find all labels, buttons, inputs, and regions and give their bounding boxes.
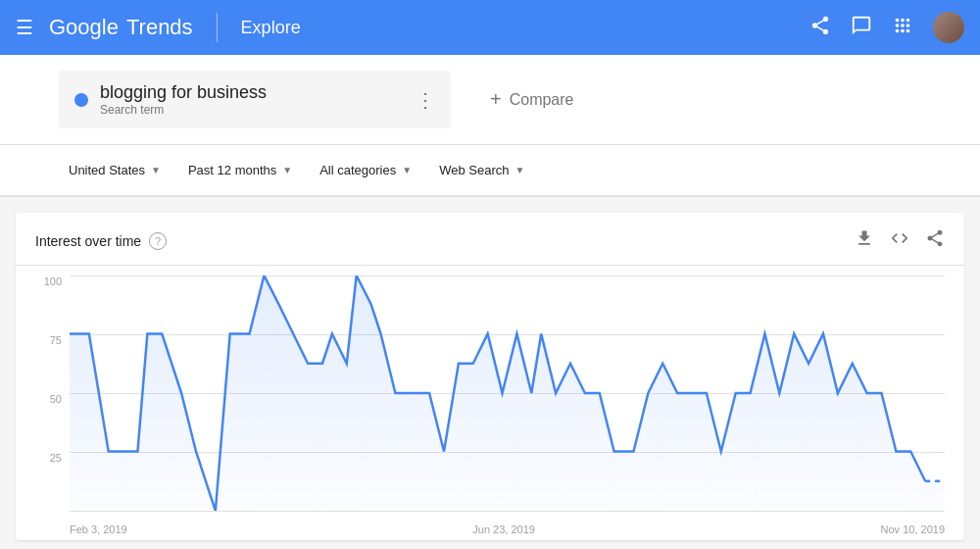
y-label-25: 25 <box>24 452 62 464</box>
chart-header: Interest over time ? <box>16 228 964 266</box>
search-more-icon[interactable]: ⋮ <box>416 88 435 112</box>
filter-country[interactable]: United States ▼ <box>59 157 171 183</box>
logo-google: Google <box>49 15 119 40</box>
compare-label: Compare <box>510 91 574 109</box>
filters-section: United States ▼ Past 12 months ▼ All cat… <box>0 145 980 197</box>
notification-icon[interactable] <box>851 15 872 41</box>
filter-time-arrow: ▼ <box>282 165 292 175</box>
search-text-group: blogging for business Search term <box>100 82 396 117</box>
filter-category-arrow: ▼ <box>402 165 412 175</box>
y-label-75: 75 <box>24 334 62 346</box>
logo-trends: Trends <box>126 15 193 40</box>
chart-help-icon[interactable]: ? <box>149 232 167 250</box>
y-label-100: 100 <box>24 275 62 287</box>
chart-title-group: Interest over time ? <box>35 232 167 250</box>
filter-category[interactable]: All categories ▼ <box>310 157 421 183</box>
filter-country-arrow: ▼ <box>151 165 161 175</box>
x-label-nov: Nov 10, 2019 <box>881 524 945 535</box>
compare-button[interactable]: + Compare <box>451 88 613 111</box>
menu-icon[interactable]: ☰ <box>16 16 33 39</box>
search-dot <box>74 93 88 107</box>
trend-chart-svg <box>70 275 945 511</box>
chart-section: Interest over time ? 100 75 50 25 <box>16 213 964 540</box>
apps-icon[interactable] <box>892 15 913 41</box>
logo: GoogleTrends <box>49 15 193 40</box>
header-divider <box>217 13 218 42</box>
chart-actions <box>855 228 945 253</box>
compare-plus-icon: + <box>490 88 502 111</box>
filter-type-arrow: ▼ <box>514 165 524 175</box>
svg-marker-0 <box>70 275 945 511</box>
x-label-jun: Jun 23, 2019 <box>472 524 535 535</box>
share-icon[interactable] <box>809 15 831 41</box>
filter-time[interactable]: Past 12 months ▼ <box>178 157 302 183</box>
y-axis-labels: 100 75 50 25 <box>16 275 70 511</box>
y-label-50: 50 <box>24 393 62 405</box>
chart-area: 100 75 50 25 <box>16 266 964 540</box>
x-axis-labels: Feb 3, 2019 Jun 23, 2019 Nov 10, 2019 <box>70 524 945 535</box>
download-icon[interactable] <box>855 228 874 253</box>
search-term-box: blogging for business Search term ⋮ <box>59 71 451 128</box>
filter-type[interactable]: Web Search ▼ <box>429 157 534 183</box>
chart-share-icon[interactable] <box>925 228 945 253</box>
filter-country-label: United States <box>69 163 145 177</box>
filter-time-label: Past 12 months <box>188 163 276 177</box>
chart-title: Interest over time <box>35 233 141 249</box>
filter-category-label: All categories <box>319 163 396 177</box>
explore-label: Explore <box>241 18 301 38</box>
avatar[interactable] <box>933 12 964 43</box>
grid-line-0 <box>70 511 945 512</box>
x-label-feb: Feb 3, 2019 <box>70 524 127 535</box>
embed-icon[interactable] <box>890 228 909 253</box>
search-term-label: Search term <box>100 103 396 117</box>
filter-type-label: Web Search <box>439 163 509 177</box>
search-term-text: blogging for business <box>100 82 396 103</box>
